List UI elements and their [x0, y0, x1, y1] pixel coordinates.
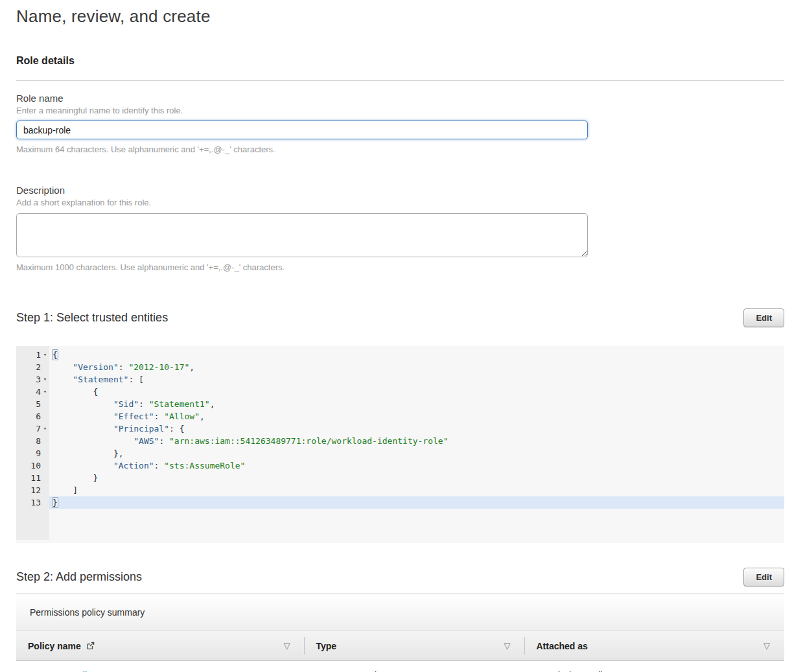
- line-number: 5: [16, 398, 49, 410]
- line-number: 10: [16, 459, 49, 472]
- fold-caret-placeholder: [41, 496, 49, 509]
- sort-filter-icon[interactable]: ▽: [504, 642, 513, 650]
- code-line-2[interactable]: 2 "Version": "2012-10-17",: [16, 361, 784, 373]
- permissions-panel: Permissions policy summary Policy name▽T…: [16, 594, 784, 672]
- permissions-table-body: AmazonS3FullAccessAWS managedPermissions…: [16, 661, 784, 672]
- line-number: 11: [16, 472, 49, 484]
- code-line-3[interactable]: 3▾ "Statement": [: [16, 373, 784, 386]
- permissions-table-header: Policy name▽Type▽Attached as▽: [16, 631, 784, 661]
- code-text: },: [49, 447, 784, 459]
- step2-header-row: Step 2: Add permissions Edit: [16, 568, 784, 586]
- code-line-8[interactable]: 8 "AWS": "arn:aws:iam::541263489771:role…: [16, 435, 784, 447]
- code-text: ]: [49, 484, 784, 496]
- code-line-5[interactable]: 5 "Sid": "Statement1",: [16, 398, 784, 410]
- code-line-13[interactable]: 13}: [16, 496, 784, 509]
- code-text: {: [49, 349, 784, 361]
- table-row: AmazonS3FullAccessAWS managedPermissions…: [16, 661, 784, 672]
- step1-header-row: Step 1: Select trusted entities Edit: [16, 308, 784, 327]
- column-divider: [304, 637, 305, 655]
- role-details-heading: Role details: [16, 55, 784, 67]
- code-line-1[interactable]: 1▾{: [16, 349, 784, 361]
- step1-heading: Step 1: Select trusted entities: [16, 311, 168, 325]
- fold-caret-icon[interactable]: ▾: [41, 423, 49, 435]
- line-number: 12: [16, 484, 49, 496]
- sort-filter-icon[interactable]: ▽: [764, 642, 773, 650]
- column-header-label: Attached as: [536, 641, 587, 651]
- column-header-attached-as[interactable]: Attached as▽: [524, 631, 784, 660]
- fold-caret-icon[interactable]: ▾: [41, 349, 49, 361]
- sort-filter-icon[interactable]: ▽: [283, 642, 292, 650]
- code-lines: 1▾{2 "Version": "2012-10-17",3▾ "Stateme…: [16, 346, 784, 509]
- fold-caret-placeholder: [41, 435, 49, 447]
- attached-as-cell: Permissions policy: [524, 661, 784, 672]
- role-name-label: Role name: [16, 93, 784, 104]
- fold-caret-placeholder: [41, 361, 49, 373]
- line-number: 13: [16, 496, 49, 509]
- column-header-policy-name[interactable]: Policy name▽: [16, 631, 304, 660]
- policy-type-cell: AWS managed: [304, 661, 524, 672]
- description-label: Description: [16, 185, 784, 196]
- description-field: Description Add a short explanation for …: [16, 185, 784, 272]
- page: Name, review, and create Role details Ro…: [0, 0, 805, 672]
- fold-caret-placeholder: [41, 447, 49, 459]
- fold-caret-placeholder: [41, 398, 49, 410]
- column-header-type[interactable]: Type▽: [304, 631, 524, 660]
- column-header-label: Type: [316, 641, 336, 651]
- line-number: 4▾: [16, 386, 49, 398]
- code-line-4[interactable]: 4▾ {: [16, 386, 784, 398]
- step1-edit-button[interactable]: Edit: [743, 308, 784, 327]
- fold-caret-placeholder: [41, 484, 49, 496]
- code-text: {: [49, 386, 784, 398]
- column-header-label: Policy name: [28, 641, 81, 651]
- column-divider: [524, 637, 525, 655]
- policy-name-link[interactable]: AmazonS3FullAccess: [28, 670, 116, 672]
- step2-edit-button[interactable]: Edit: [743, 568, 784, 586]
- description-constraint: Maximum 1000 characters. Use alphanumeri…: [16, 262, 784, 272]
- fold-caret-icon[interactable]: ▾: [41, 386, 49, 398]
- permissions-panel-title: Permissions policy summary: [16, 594, 784, 631]
- code-line-11[interactable]: 11 }: [16, 472, 784, 484]
- code-text: "Action": "sts:AssumeRole": [49, 459, 784, 472]
- line-number: 3▾: [16, 373, 49, 386]
- code-text: "Statement": [: [49, 373, 784, 386]
- code-line-7[interactable]: 7▾ "Principal": {: [16, 423, 784, 435]
- code-text: "AWS": "arn:aws:iam::541263489771:role/w…: [49, 435, 784, 447]
- line-number: 8: [16, 435, 49, 447]
- page-title: Name, review, and create: [16, 6, 784, 27]
- role-name-input[interactable]: [16, 121, 588, 139]
- line-number: 6: [16, 410, 49, 423]
- code-text: "Principal": {: [49, 423, 784, 435]
- external-link-icon: [86, 641, 95, 651]
- code-text: "Sid": "Statement1",: [49, 398, 784, 410]
- role-name-help: Enter a meaningful name to identify this…: [16, 106, 784, 115]
- fold-caret-icon[interactable]: ▾: [41, 373, 49, 386]
- code-text: }: [49, 472, 784, 484]
- fold-caret-placeholder: [41, 459, 49, 472]
- role-name-field: Role name Enter a meaningful name to ide…: [16, 93, 784, 154]
- code-text: "Version": "2012-10-17",: [49, 361, 784, 373]
- line-number: 9: [16, 447, 49, 459]
- role-name-constraint: Maximum 64 characters. Use alphanumeric …: [16, 145, 784, 154]
- description-help: Add a short explanation for this role.: [16, 198, 784, 207]
- code-line-12[interactable]: 12 ]: [16, 484, 784, 496]
- section-divider: [16, 80, 784, 81]
- fold-caret-placeholder: [41, 472, 49, 484]
- trust-policy-editor[interactable]: 1▾{2 "Version": "2012-10-17",3▾ "Stateme…: [16, 346, 784, 543]
- code-line-10[interactable]: 10 "Action": "sts:AssumeRole": [16, 459, 784, 472]
- code-line-9[interactable]: 9 },: [16, 447, 784, 459]
- step2-heading: Step 2: Add permissions: [16, 570, 142, 584]
- description-input[interactable]: [16, 213, 588, 257]
- fold-caret-placeholder: [41, 410, 49, 423]
- code-text: "Effect": "Allow",: [49, 410, 784, 423]
- line-number: 2: [16, 361, 49, 373]
- code-text: }: [49, 496, 784, 509]
- line-number: 1▾: [16, 349, 49, 361]
- line-number: 7▾: [16, 423, 49, 435]
- code-line-6[interactable]: 6 "Effect": "Allow",: [16, 410, 784, 423]
- policy-name-cell: AmazonS3FullAccess: [16, 661, 304, 672]
